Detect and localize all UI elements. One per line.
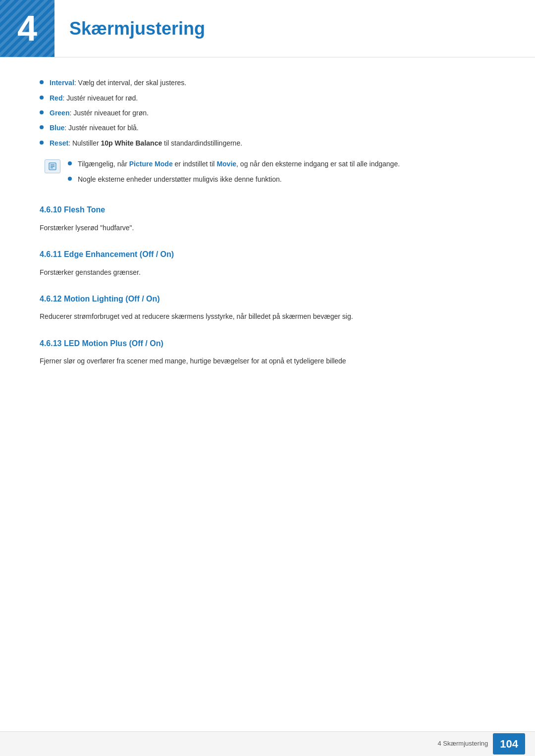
footer-page-number: 104 xyxy=(493,733,525,755)
chapter-title: Skærmjustering xyxy=(69,14,205,43)
list-item: Blue: Justér niveauet for blå. xyxy=(40,122,505,133)
list-item: Interval: Vælg det interval, der skal ju… xyxy=(40,77,505,88)
list-item: Reset: Nulstiller 10p White Balance til … xyxy=(40,138,505,149)
page-container: 4 Skærmjustering Interval: Vælg det inte… xyxy=(0,0,535,756)
term-reset: Reset xyxy=(50,139,68,147)
chapter-number: 4 xyxy=(17,0,37,57)
term-green: Green xyxy=(50,109,69,117)
section-body-4612: Reducerer strømforbruget ved at reducere… xyxy=(40,311,505,322)
footer-text: 4 Skærmjustering xyxy=(437,739,488,749)
chapter-number-block: 4 xyxy=(0,0,54,57)
bullet-dot xyxy=(68,177,72,181)
bullet-dot xyxy=(40,96,44,100)
highlight-10p: 10p White Balance xyxy=(101,139,162,147)
bullet-text: Reset: Nulstiller 10p White Balance til … xyxy=(50,138,242,149)
bullet-dot xyxy=(40,110,44,114)
list-item: Green: Justér niveauet for grøn. xyxy=(40,107,505,118)
note-item: Nogle eksterne enheder understøtter muli… xyxy=(68,174,505,185)
highlight-picture-mode: Picture Mode xyxy=(129,160,173,168)
bullet-text: Green: Justér niveauet for grøn. xyxy=(50,107,149,118)
section-heading-4611: 4.6.11 Edge Enhancement (Off / On) xyxy=(40,248,505,261)
note-content: Tilgængelig, når Picture Mode er indstil… xyxy=(68,158,505,189)
note-bullets: Tilgængelig, når Picture Mode er indstil… xyxy=(68,158,505,185)
note-text-2: Nogle eksterne enheder understøtter muli… xyxy=(78,174,282,185)
bullet-list: Interval: Vælg det interval, der skal ju… xyxy=(40,77,505,149)
chapter-title-block: Skærmjustering xyxy=(54,0,535,57)
section-heading-4613: 4.6.13 LED Motion Plus (Off / On) xyxy=(40,337,505,350)
section-heading-4612: 4.6.12 Motion Lighting (Off / On) xyxy=(40,293,505,305)
term-blue: Blue xyxy=(50,124,64,132)
main-content: Interval: Vælg det interval, der skal ju… xyxy=(0,77,535,367)
section-body-4613: Fjerner slør og overfører fra scener med… xyxy=(40,355,505,366)
section-heading-4610: 4.6.10 Flesh Tone xyxy=(40,203,505,216)
bullet-dot xyxy=(68,161,72,165)
note-text-1: Tilgængelig, når Picture Mode er indstil… xyxy=(78,158,400,169)
bullet-dot xyxy=(40,125,44,129)
bullet-text: Red: Justér niveauet for rød. xyxy=(50,93,138,103)
bullet-dot xyxy=(40,80,44,84)
page-footer: 4 Skærmjustering 104 xyxy=(0,731,535,756)
term-red: Red xyxy=(50,94,62,102)
section-body-4610: Forstærker lyserød "hudfarve". xyxy=(40,222,505,233)
list-item: Red: Justér niveauet for rød. xyxy=(40,93,505,103)
note-item: Tilgængelig, når Picture Mode er indstil… xyxy=(68,158,505,169)
bullet-text: Interval: Vælg det interval, der skal ju… xyxy=(50,77,186,88)
note-icon xyxy=(45,159,60,173)
note-block: Tilgængelig, når Picture Mode er indstil… xyxy=(40,158,505,189)
section-body-4611: Forstærker genstandes grænser. xyxy=(40,267,505,278)
term-interval: Interval xyxy=(50,79,74,87)
bullet-dot xyxy=(40,141,44,145)
chapter-header: 4 Skærmjustering xyxy=(0,0,535,57)
highlight-movie: Movie xyxy=(216,160,236,168)
bullet-text: Blue: Justér niveauet for blå. xyxy=(50,122,139,133)
